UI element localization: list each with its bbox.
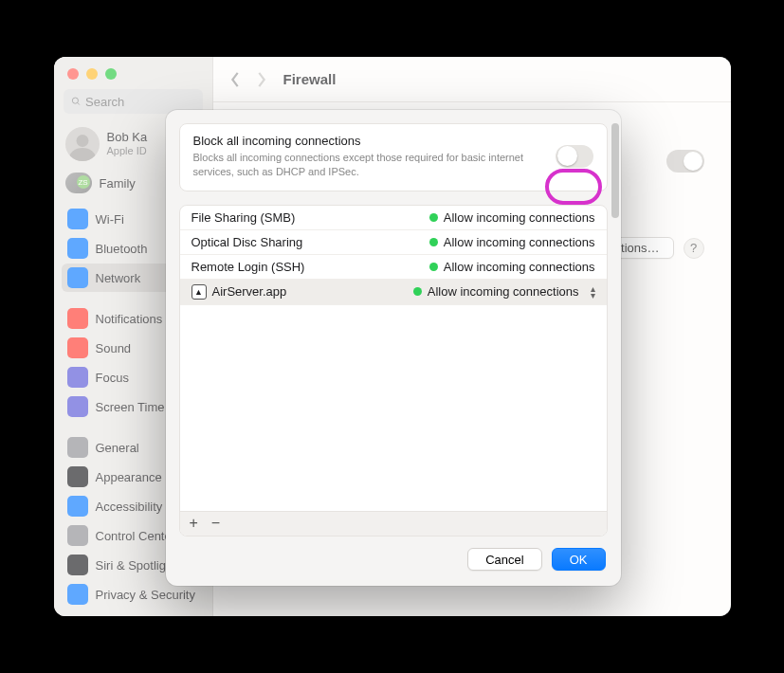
firewall-toggle[interactable] <box>666 150 704 173</box>
sidebar-icon <box>67 209 88 229</box>
remove-button[interactable]: − <box>211 516 220 531</box>
status-dot-icon <box>429 213 438 222</box>
sidebar-item-label: Bluetooth <box>96 242 148 256</box>
sidebar-icon <box>67 238 88 259</box>
app-status: Allow incoming connections <box>429 210 595 225</box>
topbar: Firewall <box>213 57 731 102</box>
sidebar-item-label: Siri & Spotlight <box>96 558 176 573</box>
ok-button[interactable]: OK <box>552 548 606 571</box>
sidebar-icon <box>67 525 88 546</box>
app-status[interactable]: Allow incoming connections▴▾ <box>413 284 595 299</box>
app-icon: ▲ <box>191 284 207 300</box>
close-icon[interactable] <box>67 68 79 80</box>
sidebar-icon <box>67 584 88 605</box>
sidebar-item-label: Appearance <box>96 470 162 484</box>
firewall-options-sheet: Block all incoming connections Blocks al… <box>166 110 621 586</box>
system-settings-window: Bob Ka Apple ID ZS Family Wi-FiBluetooth… <box>54 57 731 616</box>
sidebar-item-label: Control Center <box>96 529 176 543</box>
block-all-title: Block all incoming connections <box>193 134 542 148</box>
app-status: Allow incoming connections <box>429 235 595 249</box>
zoom-icon[interactable] <box>105 68 117 80</box>
app-row[interactable]: Optical Disc SharingAllow incoming conne… <box>180 230 607 255</box>
help-button[interactable]: ? <box>684 238 704 259</box>
sidebar-icon <box>67 396 88 417</box>
sidebar-icon <box>67 308 88 329</box>
sidebar-icon <box>67 267 88 288</box>
sidebar-item-label: Screen Time <box>96 400 165 414</box>
sidebar-icon <box>67 367 88 388</box>
minimize-icon[interactable] <box>86 68 98 80</box>
sidebar-item-label: Notifications <box>96 312 163 326</box>
sidebar-item-label: Wi-Fi <box>96 212 124 227</box>
app-name: Remote Login (SSH) <box>191 260 429 274</box>
cancel-button[interactable]: Cancel <box>467 548 541 571</box>
sidebar-item-label: Privacy & Security <box>96 588 195 602</box>
sidebar-item-label: General <box>96 441 139 455</box>
window-controls <box>54 57 212 89</box>
sidebar-icon <box>67 555 88 575</box>
avatar <box>65 127 100 161</box>
search-icon <box>71 96 82 107</box>
sidebar-item-label: Sound <box>96 341 132 355</box>
app-row[interactable]: File Sharing (SMB)Allow incoming connect… <box>180 206 607 230</box>
app-name: File Sharing (SMB) <box>191 210 429 225</box>
sidebar-item-label: Family <box>100 176 136 191</box>
svg-point-0 <box>72 98 78 103</box>
app-row[interactable]: Remote Login (SSH)Allow incoming connect… <box>180 255 607 280</box>
family-icon: ZS <box>65 173 92 193</box>
app-row[interactable]: ▲AirServer.appAllow incoming connections… <box>180 280 607 305</box>
sidebar-icon <box>67 466 88 487</box>
sidebar-icon <box>67 496 88 517</box>
search-input[interactable] <box>85 95 194 109</box>
page-title: Firewall <box>283 71 337 87</box>
app-status: Allow incoming connections <box>429 260 595 274</box>
sidebar-item-label: Focus <box>96 371 129 385</box>
profile-name: Bob Ka <box>107 130 148 145</box>
app-name: ▲AirServer.app <box>191 284 413 300</box>
status-dot-icon <box>413 287 422 296</box>
add-button[interactable]: + <box>190 516 198 531</box>
status-dot-icon <box>429 263 438 271</box>
sidebar-icon <box>67 337 88 358</box>
block-all-card: Block all incoming connections Blocks al… <box>179 123 608 191</box>
apps-list: File Sharing (SMB)Allow incoming connect… <box>179 205 608 537</box>
sidebar-item-label: Network <box>96 271 141 285</box>
block-all-description: Blocks all incoming connections except t… <box>193 151 542 179</box>
back-icon[interactable] <box>228 71 242 88</box>
svg-line-1 <box>77 102 79 104</box>
sidebar-item-label: Accessibility <box>96 500 163 514</box>
apps-footer: + − <box>180 511 607 536</box>
chevron-up-down-icon[interactable]: ▴▾ <box>591 285 595 299</box>
sidebar-icon <box>67 437 88 458</box>
profile-subtitle: Apple ID <box>107 145 148 158</box>
app-name: Optical Disc Sharing <box>191 235 429 249</box>
status-dot-icon <box>429 238 438 246</box>
forward-icon[interactable] <box>255 71 268 88</box>
sheet-actions: Cancel OK <box>166 537 621 586</box>
scrollbar[interactable] <box>611 123 619 218</box>
block-all-toggle[interactable] <box>556 145 593 168</box>
